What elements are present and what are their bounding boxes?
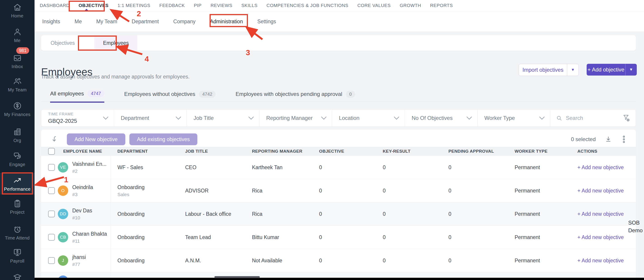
employee-name[interactable]: Charan Bhakta bbox=[72, 231, 107, 237]
nav-item-insights[interactable]: Insights bbox=[42, 19, 60, 25]
nav-item-objectives[interactable]: OBJECTIVES bbox=[78, 3, 108, 8]
sidebar-item-my-finances[interactable]: My Finances bbox=[0, 101, 34, 117]
bulk-action-bar: Add New objective Add existing objective… bbox=[41, 132, 636, 147]
filter-job-title[interactable]: Job Title bbox=[187, 110, 260, 126]
cell-reporting-manager: Rica bbox=[245, 211, 312, 217]
add-dropdown-caret-icon[interactable]: ▼ bbox=[626, 64, 637, 76]
app-window: HomeMeInbox981My TeamMy FinancesOrgEngag… bbox=[0, 0, 644, 280]
cell-objective: 0 bbox=[312, 234, 376, 240]
search-input[interactable]: Search bbox=[550, 110, 636, 126]
home-icon bbox=[13, 3, 22, 12]
nav-item-competencies-job-functions[interactable]: COMPETENCIES & JOB FUNCTIONS bbox=[266, 3, 348, 8]
inbox-icon bbox=[13, 53, 22, 63]
sidebar-item-my-team[interactable]: My Team bbox=[0, 76, 34, 92]
view-tab-employees-with-objectives-pending-approval[interactable]: Employees with objectives pending approv… bbox=[236, 90, 355, 103]
view-tab-employees-without-objectives[interactable]: Employees without objectives4742 bbox=[124, 90, 216, 103]
add-new-objective-link[interactable]: + Add new objective bbox=[570, 188, 636, 194]
nav-item-skills[interactable]: SKILLS bbox=[242, 3, 258, 8]
nav-item-company[interactable]: Company bbox=[173, 19, 195, 25]
sidebar-item-home[interactable]: Home bbox=[0, 3, 34, 19]
table-row: DD Dev Das #10 Onboarding Labour - Back … bbox=[41, 202, 636, 226]
nav-item-administration[interactable]: Administration bbox=[210, 19, 243, 25]
cell-objective: 0 bbox=[312, 188, 376, 194]
cell-pending-approval: 0 bbox=[442, 234, 508, 240]
cell-worker-type: Permanent bbox=[508, 165, 570, 171]
employee-name[interactable]: Oeindrila bbox=[72, 184, 93, 190]
cell-reporting-manager: Rica bbox=[245, 188, 312, 194]
chevron-down-icon bbox=[103, 116, 108, 120]
employees-table-card: Add New objective Add existing objective… bbox=[41, 129, 636, 280]
view-tab-all-employees[interactable]: All employees4747 bbox=[50, 90, 104, 103]
filter-no-of-objectives[interactable]: No Of Objectives bbox=[405, 110, 478, 126]
table-body: VE Vaishnavi En... #2 WF - Sales CEO Kar… bbox=[41, 156, 636, 280]
add-new-objective-button[interactable]: Add New objective bbox=[67, 133, 125, 145]
nav-item-core-values[interactable]: CORE VALUES bbox=[358, 3, 391, 8]
module-tab-employees[interactable]: Employees bbox=[94, 35, 137, 51]
nav-item-reports[interactable]: REPORTS bbox=[430, 3, 453, 8]
add-new-objective-link[interactable]: + Add new objective bbox=[570, 258, 636, 264]
avatar: J bbox=[58, 255, 68, 266]
chevron-down-icon bbox=[466, 116, 472, 120]
sidebar-item-learn[interactable] bbox=[0, 272, 34, 280]
employee-name[interactable]: Dev Das bbox=[72, 208, 92, 214]
sidebar-item-project[interactable]: Project bbox=[0, 199, 34, 215]
row-checkbox[interactable] bbox=[48, 187, 55, 194]
add-existing-objectives-button[interactable]: Add existing objectives bbox=[130, 133, 198, 145]
row-checkbox[interactable] bbox=[48, 164, 55, 171]
nav-item-me[interactable]: Me bbox=[74, 19, 82, 25]
column-header-worker-type: WORKER TYPE bbox=[508, 149, 570, 154]
import-dropdown-caret-icon[interactable]: ▼ bbox=[567, 64, 578, 76]
sidebar-item-performance[interactable]: Performance bbox=[0, 173, 34, 195]
cell-reporting-manager: Kartheek Tan bbox=[245, 165, 312, 171]
nav-item-pip[interactable]: PIP bbox=[194, 3, 202, 8]
add-new-objective-link[interactable]: + Add new objective bbox=[570, 165, 636, 171]
row-checkbox[interactable] bbox=[48, 211, 55, 217]
filter-location[interactable]: Location bbox=[332, 110, 405, 126]
nav-item-settings[interactable]: Settings bbox=[257, 19, 276, 25]
cell-department: WF - Sales bbox=[111, 165, 178, 171]
filter-reporting-manager[interactable]: Reporting Manager bbox=[260, 110, 332, 126]
nav-item-reviews[interactable]: REVIEWS bbox=[210, 3, 232, 8]
nav-item-feedback[interactable]: FEEDBACK bbox=[160, 3, 185, 8]
download-icon[interactable] bbox=[605, 136, 612, 143]
sort-icon[interactable] bbox=[51, 135, 59, 143]
cell-key-result: 0 bbox=[376, 258, 442, 264]
filter-worker-type[interactable]: Worker Type bbox=[478, 110, 550, 126]
cell-job-title: ADVISOR bbox=[178, 188, 245, 194]
cell-reporting-manager: Not Available bbox=[245, 258, 312, 264]
table-row: O Oeindrila #3 OnboardingSales ADVISOR R… bbox=[41, 179, 636, 202]
select-all-checkbox[interactable] bbox=[48, 148, 55, 155]
column-header-key-result: KEY-RESULT bbox=[376, 149, 442, 154]
sidebar-item-time-attend[interactable]: Time Attend bbox=[0, 225, 34, 241]
nav-item-dashboard[interactable]: DASHBOARD bbox=[40, 3, 70, 8]
top-nav: DASHBOARDOBJECTIVES1:1 MEETINGSFEEDBACKP… bbox=[34, 0, 644, 11]
sidebar-item-inbox[interactable]: Inbox981 bbox=[0, 53, 34, 69]
clear-filters-icon[interactable] bbox=[623, 114, 630, 122]
add-objective-button[interactable]: + Add objective ▼ bbox=[587, 64, 637, 76]
module-tab-objectives[interactable]: Objectives bbox=[41, 35, 84, 51]
sidebar-item-me[interactable]: Me bbox=[0, 27, 34, 43]
import-objectives-button[interactable]: Import objectives ▼ bbox=[519, 64, 579, 76]
nav-item-my-team[interactable]: My Team bbox=[96, 19, 117, 25]
row-checkbox[interactable] bbox=[48, 234, 55, 241]
chevron-down-icon bbox=[539, 116, 545, 120]
add-new-objective-link[interactable]: + Add new objective bbox=[570, 234, 636, 240]
cell-department: Onboarding bbox=[111, 258, 178, 264]
sidebar-item-engage[interactable]: Engage bbox=[0, 151, 34, 167]
nav-item-1-1-meetings[interactable]: 1:1 MEETINGS bbox=[118, 3, 150, 8]
nav-item-growth[interactable]: GROWTH bbox=[400, 3, 421, 8]
filter-department[interactable]: Department bbox=[114, 110, 187, 126]
more-options-kebab-icon[interactable] bbox=[621, 135, 627, 143]
cell-job-title: A.N.M. bbox=[178, 258, 245, 264]
row-checkbox[interactable] bbox=[48, 257, 55, 264]
employee-name[interactable]: Vaishnavi En... bbox=[72, 161, 106, 167]
cell-pending-approval: 0 bbox=[442, 165, 508, 171]
cell-objective: 0 bbox=[312, 165, 376, 171]
employee-name[interactable]: jhansi bbox=[72, 254, 86, 260]
column-header-employee-name: EMPLOYEE NAME bbox=[56, 149, 111, 154]
filter-time-frame[interactable]: TIME FRAMEGBQ2-2025 bbox=[41, 110, 114, 126]
add-new-objective-link[interactable]: + Add new objective bbox=[570, 211, 636, 217]
sidebar-item-payroll[interactable]: Payroll bbox=[0, 248, 34, 264]
sidebar-item-org[interactable]: Org bbox=[0, 127, 34, 143]
nav-item-department[interactable]: Department bbox=[132, 19, 159, 25]
